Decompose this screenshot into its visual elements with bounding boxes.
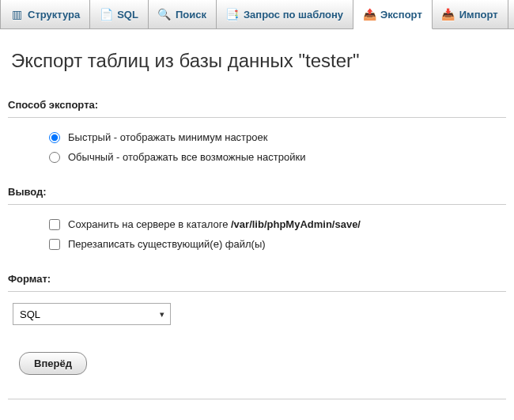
import-icon: 📥 [442, 8, 455, 21]
structure-icon: ▥ [10, 8, 23, 21]
tab-label: Экспорт [380, 9, 422, 21]
method-option-0[interactable]: Быстрый - отображать минимум настроек [49, 127, 506, 147]
save-label-prefix: Сохранить на сервере в каталоге [68, 218, 231, 230]
output-options: Сохранить на сервере в каталоге /var/lib… [8, 211, 506, 262]
method-radio-0[interactable] [49, 132, 60, 143]
sql-icon: 📄 [100, 8, 112, 21]
tab-query[interactable]: 📑Запрос по шаблону [217, 0, 353, 28]
method-label: Обычный - отображать все возможные настр… [68, 151, 305, 163]
tab-label: SQL [117, 9, 138, 21]
method-radio-1[interactable] [49, 152, 60, 163]
tab-export[interactable]: 📤Экспорт [353, 0, 433, 29]
tab-sql[interactable]: 📄SQL [90, 0, 149, 28]
divider [8, 399, 506, 399]
save-on-server-option[interactable]: Сохранить на сервере в каталоге /var/lib… [49, 214, 506, 234]
divider [8, 117, 506, 118]
submit-button[interactable]: Вперёд [19, 352, 87, 375]
tab-search[interactable]: 🔍Поиск [149, 0, 217, 28]
save-on-server-checkbox[interactable] [49, 219, 60, 230]
method-section-title: Способ экспорта: [8, 88, 506, 115]
output-section-title: Вывод: [8, 175, 506, 202]
tab-label: Поиск [176, 9, 206, 21]
query-icon: 📑 [226, 8, 239, 21]
tab-structure[interactable]: ▥Структура [0, 0, 90, 28]
tab-label: Импорт [459, 9, 498, 21]
method-label: Быстрый - отображать минимум настроек [68, 131, 267, 143]
method-option-1[interactable]: Обычный - отображать все возможные настр… [49, 147, 506, 167]
divider [8, 291, 506, 292]
tab-bar: ▥Структура📄SQL🔍Поиск📑Запрос по шаблону📤Э… [0, 0, 514, 29]
format-select-wrap: SQL [13, 303, 171, 325]
method-options: Быстрый - отображать минимум настроекОбы… [8, 124, 506, 175]
overwrite-option[interactable]: Перезаписать существующий(е) файл(ы) [49, 234, 506, 254]
page-title: Экспорт таблиц из базы данных "tester" [0, 29, 514, 88]
format-select[interactable]: SQL [13, 303, 171, 325]
tab-label: Запрос по шаблону [244, 9, 343, 21]
tab-import[interactable]: 📥Импорт [433, 0, 508, 28]
export-form: Способ экспорта: Быстрый - отображать ми… [0, 88, 514, 420]
save-path: /var/lib/phpMyAdmin/save/ [231, 218, 361, 230]
save-on-server-label: Сохранить на сервере в каталоге /var/lib… [68, 218, 361, 230]
divider [8, 204, 506, 205]
overwrite-label: Перезаписать существующий(е) файл(ы) [68, 238, 266, 250]
search-icon: 🔍 [158, 8, 171, 21]
overwrite-checkbox[interactable] [49, 239, 60, 250]
export-icon: 📤 [363, 8, 376, 21]
format-section-title: Формат: [8, 262, 506, 289]
tab-label: Структура [28, 9, 80, 21]
